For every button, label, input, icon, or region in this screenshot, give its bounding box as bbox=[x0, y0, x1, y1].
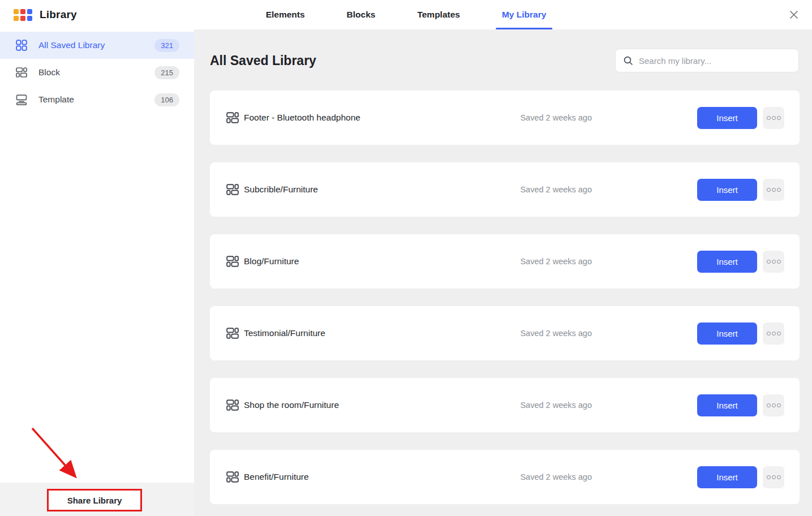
sidebar-item-block[interactable]: Block 215 bbox=[0, 59, 194, 86]
more-options-button[interactable] bbox=[763, 394, 784, 416]
all-saved-grid-icon bbox=[16, 40, 27, 51]
page-title: All Saved Library bbox=[210, 53, 316, 68]
insert-button[interactable]: Insert bbox=[697, 466, 757, 488]
block-icon bbox=[226, 399, 239, 411]
more-options-button[interactable] bbox=[763, 251, 784, 273]
tab-elements[interactable]: Elements bbox=[265, 0, 306, 29]
tab-my-library[interactable]: My Library bbox=[501, 0, 547, 29]
item-title: Testimonial/Furniture bbox=[244, 328, 520, 338]
count-badge: 106 bbox=[154, 93, 179, 106]
insert-button[interactable]: Insert bbox=[697, 394, 757, 416]
modal-header: Library Elements Blocks Templates My Lib… bbox=[0, 0, 812, 29]
tab-templates[interactable]: Templates bbox=[416, 0, 461, 29]
item-title: Footer - Bluetooth headphone bbox=[244, 113, 520, 123]
search-box[interactable] bbox=[615, 49, 799, 72]
insert-button[interactable]: Insert bbox=[697, 107, 757, 129]
more-options-icon bbox=[767, 116, 771, 120]
main-header: All Saved Library bbox=[194, 29, 812, 72]
library-modal: Library Elements Blocks Templates My Lib… bbox=[0, 0, 812, 516]
item-saved-time: Saved 2 weeks ago bbox=[520, 329, 592, 338]
insert-button[interactable]: Insert bbox=[697, 179, 757, 201]
sidebar: All Saved Library 321 Block 215 Template… bbox=[0, 29, 194, 516]
app-title: Library bbox=[40, 8, 77, 21]
sidebar-footer: Share Library bbox=[0, 483, 194, 516]
template-icon bbox=[16, 94, 27, 105]
main-panel: All Saved Library Footer - Bluetooth hea… bbox=[194, 29, 812, 516]
item-saved-time: Saved 2 weeks ago bbox=[520, 185, 592, 194]
item-saved-time: Saved 2 weeks ago bbox=[520, 401, 592, 410]
tab-blocks[interactable]: Blocks bbox=[346, 0, 377, 29]
sidebar-item-label: All Saved Library bbox=[38, 40, 154, 50]
sidebar-item-template[interactable]: Template 106 bbox=[0, 86, 194, 113]
item-title: Blog/Furniture bbox=[244, 256, 520, 266]
item-saved-time: Saved 2 weeks ago bbox=[520, 472, 592, 481]
block-icon bbox=[226, 471, 239, 483]
sidebar-item-label: Template bbox=[38, 94, 154, 105]
more-options-button[interactable] bbox=[763, 107, 784, 129]
more-options-button[interactable] bbox=[763, 179, 784, 201]
library-item-row: Testimonial/Furniture Saved 2 weeks ago … bbox=[210, 306, 800, 360]
more-options-icon bbox=[767, 260, 771, 264]
more-options-icon bbox=[767, 188, 771, 192]
brand: Library bbox=[14, 8, 77, 21]
library-item-row: Shop the room/Furniture Saved 2 weeks ag… bbox=[210, 378, 800, 432]
block-icon bbox=[226, 327, 239, 339]
library-item-row: Subcrible/Furniture Saved 2 weeks ago In… bbox=[210, 162, 800, 217]
item-saved-time: Saved 2 weeks ago bbox=[520, 257, 592, 266]
app-logo-grid-icon bbox=[14, 9, 32, 21]
sidebar-item-label: Block bbox=[38, 67, 154, 78]
item-saved-time: Saved 2 weeks ago bbox=[520, 113, 592, 122]
insert-button[interactable]: Insert bbox=[697, 322, 757, 345]
close-icon bbox=[788, 9, 800, 20]
more-options-icon bbox=[767, 475, 771, 479]
search-icon bbox=[623, 55, 633, 66]
block-icon bbox=[226, 255, 239, 268]
block-icon bbox=[226, 111, 239, 124]
saved-items-list: Footer - Bluetooth headphone Saved 2 wee… bbox=[210, 91, 800, 504]
insert-button[interactable]: Insert bbox=[697, 251, 757, 273]
library-item-row: Footer - Bluetooth headphone Saved 2 wee… bbox=[210, 91, 800, 145]
block-icon bbox=[226, 183, 239, 196]
more-options-icon bbox=[767, 332, 771, 336]
more-options-button[interactable] bbox=[763, 322, 784, 345]
more-options-button[interactable] bbox=[763, 466, 784, 488]
item-title: Shop the room/Furniture bbox=[244, 400, 520, 410]
count-badge: 321 bbox=[154, 39, 179, 52]
library-item-row: Benefit/Furniture Saved 2 weeks ago Inse… bbox=[210, 450, 800, 504]
top-tabs: Elements Blocks Templates My Library bbox=[265, 0, 548, 29]
share-library-button[interactable]: Share Library bbox=[47, 489, 142, 511]
item-title: Subcrible/Furniture bbox=[244, 184, 520, 195]
count-badge: 215 bbox=[154, 66, 179, 79]
library-item-row: Blog/Furniture Saved 2 weeks ago Insert bbox=[210, 234, 800, 289]
block-icon bbox=[16, 67, 27, 78]
search-input[interactable] bbox=[639, 56, 791, 66]
close-button[interactable] bbox=[785, 6, 803, 24]
more-options-icon bbox=[767, 403, 771, 407]
item-title: Benefit/Furniture bbox=[244, 472, 520, 482]
sidebar-item-all-saved-library[interactable]: All Saved Library 321 bbox=[0, 32, 194, 59]
